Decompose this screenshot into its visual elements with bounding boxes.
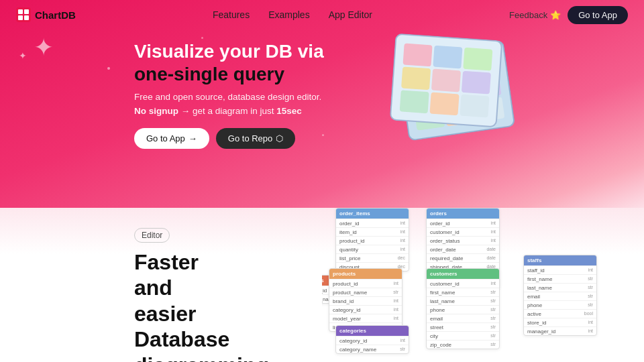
table-row: zip_codestr: [427, 340, 499, 349]
feedback-label: Feedback: [509, 10, 547, 20]
section-title: Faster and easier Database diagramming: [134, 249, 228, 362]
grid-cell: [402, 44, 432, 67]
table-row: item_idint: [336, 227, 409, 236]
card-front: [390, 34, 503, 128]
sparkle-large-icon: ✦: [34, 34, 54, 62]
table-row: phonestr: [524, 300, 596, 309]
editor-badge: Editor: [134, 228, 170, 243]
svg-rect-1: [18, 9, 23, 14]
table-row: order_datedate: [427, 245, 499, 253]
diagram-container: order_items order_idint item_idint produ…: [322, 201, 644, 362]
table-row: activebool: [524, 309, 596, 318]
grid-cell: [460, 95, 489, 118]
editor-section: Editor Faster and easier Database diagra…: [0, 228, 241, 362]
github-icon: ⬡: [276, 133, 283, 143]
section-title-line2: Database: [134, 327, 229, 351]
table-row: emailstr: [427, 314, 499, 322]
grid-cell: [401, 66, 431, 90]
table-row: order_statusint: [427, 236, 499, 245]
nav-app-editor[interactable]: App Editor: [329, 9, 372, 20]
table-row: model_yearint: [329, 314, 402, 322]
navbar: ChartDB Features Examples App Editor Fee…: [0, 0, 644, 29]
hero-illustration: [389, 34, 523, 147]
hero-subtitle: Free and open source, database design ed…: [134, 92, 324, 102]
hero-time-highlight: 15sec: [276, 106, 302, 116]
nav-examples[interactable]: Examples: [268, 9, 309, 20]
section-title-line3: diagramming: [134, 353, 269, 362]
feedback-button[interactable]: Feedback ⭐: [509, 10, 561, 20]
sparkle-small-icon: ✦: [19, 50, 27, 61]
section-title-line1: Faster and easier: [134, 250, 199, 326]
grid-cell: [433, 46, 462, 69]
table-row: order_idint: [427, 219, 499, 227]
table-header: categories: [336, 326, 409, 336]
table-row: first_namestr: [524, 274, 596, 283]
table-row: citystr: [427, 331, 499, 340]
table-row: order_idint: [336, 219, 409, 227]
svg-rect-4: [24, 15, 29, 20]
hero-title-line2: one-single query: [134, 63, 324, 86]
grid-cell: [429, 92, 459, 115]
table-row: required_datedate: [427, 253, 499, 262]
star-icon: ⭐: [550, 10, 561, 20]
table-row: product_idint: [336, 236, 409, 245]
hero-cta-text: No signup → get a diagram in just 15sec: [134, 106, 324, 116]
logo: ChartDB: [16, 7, 76, 22]
logo-text: ChartDB: [35, 9, 76, 21]
table-row: last_namestr: [524, 283, 596, 292]
grid-cell: [400, 90, 429, 113]
grid-cell: [462, 71, 491, 95]
table-order-items: order_items order_idint item_idint produ…: [335, 208, 409, 272]
table-row: category_idint: [329, 305, 402, 314]
table-header: products: [329, 269, 402, 279]
table-row: product_namestr: [329, 288, 402, 296]
table-header: staffs: [524, 255, 596, 265]
grid-cell: [431, 69, 461, 93]
table-row: category_idint: [336, 336, 409, 345]
card-stack: [389, 34, 523, 147]
table-row: customer_idint: [427, 279, 499, 288]
go-to-app-label: Go to App: [146, 133, 185, 143]
table-row: product_idint: [329, 279, 402, 288]
table-row: list_pricedec: [336, 253, 409, 262]
table-row: customer_idint: [427, 227, 499, 236]
table-row: manager_idint: [524, 326, 596, 335]
table-header: orders: [427, 208, 499, 219]
table-header: order_items: [336, 208, 409, 219]
table-row: last_namestr: [427, 296, 499, 305]
table-row: staff_idint: [524, 265, 596, 274]
svg-rect-3: [18, 15, 23, 20]
diagram-preview: order_items order_idint item_idint produ…: [322, 201, 644, 362]
table-row: emailstr: [524, 292, 596, 300]
logo-icon: [16, 7, 31, 22]
sparkle-dot2: [201, 37, 203, 39]
arrow-icon: →: [189, 133, 197, 143]
svg-rect-2: [24, 9, 29, 14]
table-categories: categories category_idint category_names…: [335, 325, 409, 354]
sparkle-dot1: [107, 67, 110, 70]
nav-go-to-app-button[interactable]: Go to App: [568, 6, 628, 24]
table-row: store_idint: [524, 318, 596, 326]
table-customers: customers customer_idint first_namestr l…: [426, 268, 500, 349]
table-row: category_namestr: [336, 345, 409, 353]
nav-right: Feedback ⭐ Go to App: [509, 6, 628, 24]
table-row: phonestr: [427, 305, 499, 314]
table-row: streetstr: [427, 322, 499, 331]
hero-content: Visualize your DB via one-single query F…: [134, 40, 324, 149]
hero-buttons: Go to App → Go to Repo ⬡: [134, 128, 324, 149]
nav-features[interactable]: Features: [213, 9, 250, 20]
table-row: first_namestr: [427, 288, 499, 296]
hero-section: ✦ ✦ Visualize your DB via one-single que…: [0, 0, 644, 208]
go-to-repo-label: Go to Repo: [228, 133, 273, 143]
hero-go-to-app-button[interactable]: Go to App →: [134, 128, 209, 149]
table-products: products product_idint product_namestr b…: [329, 268, 402, 332]
table-staffs: staffs staff_idint first_namestr last_na…: [523, 255, 597, 336]
table-row: brand_idint: [329, 296, 402, 305]
table-row: quantityint: [336, 245, 409, 253]
nav-links: Features Examples App Editor: [213, 9, 372, 20]
hero-go-to-repo-button[interactable]: Go to Repo ⬡: [216, 128, 296, 149]
table-header: customers: [427, 269, 499, 279]
grid-cell: [463, 48, 492, 71]
hero-title-line1: Visualize your DB via: [134, 40, 324, 63]
